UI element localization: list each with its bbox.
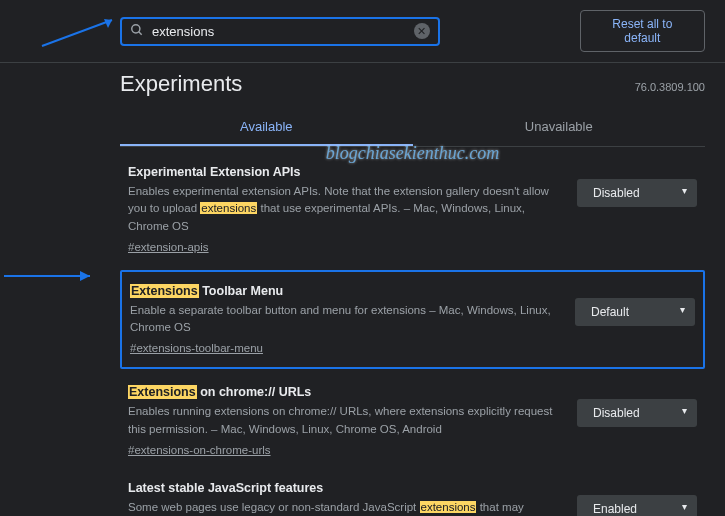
flag-description: Enable a separate toolbar button and men… <box>130 302 559 337</box>
flag-select[interactable]: Disabled <box>577 399 697 427</box>
flag-select[interactable]: Default <box>575 298 695 326</box>
flag-select[interactable]: Enabled <box>577 495 697 516</box>
clear-search-icon[interactable]: ✕ <box>414 23 430 39</box>
search-icon <box>130 23 144 40</box>
svg-line-0 <box>42 20 112 46</box>
flag-row: Experimental Extension APIs Enables expe… <box>120 153 705 266</box>
flag-hash-link[interactable]: #extension-apis <box>128 241 209 253</box>
flag-title: Latest stable JavaScript features <box>128 481 561 495</box>
flag-select[interactable]: Disabled <box>577 179 697 207</box>
search-input[interactable] <box>152 24 414 39</box>
version-label: 76.0.3809.100 <box>635 81 705 93</box>
tabs: Available Unavailable blogchiasekienthuc… <box>120 109 705 147</box>
flag-title: Extensions Toolbar Menu <box>130 284 559 298</box>
annotation-arrow-flag <box>0 254 98 284</box>
flag-hash-link[interactable]: #extensions-toolbar-menu <box>130 342 263 354</box>
flag-description: Enables running extensions on chrome:// … <box>128 403 561 438</box>
flag-row: Latest stable JavaScript features Some w… <box>120 469 705 516</box>
tab-available[interactable]: Available <box>120 109 413 146</box>
annotation-arrow-search <box>34 18 119 48</box>
page-title: Experiments <box>120 71 242 97</box>
svg-line-5 <box>139 31 142 34</box>
main-content: Experiments 76.0.3809.100 Available Unav… <box>0 63 725 516</box>
flag-row: Extensions on chrome:// URLs Enables run… <box>120 373 705 469</box>
flag-row-highlighted: Extensions Toolbar Menu Enable a separat… <box>120 270 705 370</box>
reset-all-button[interactable]: Reset all to default <box>580 10 705 52</box>
flag-title: Extensions on chrome:// URLs <box>128 385 561 399</box>
flag-description: Some web pages use legacy or non-standar… <box>128 499 561 516</box>
svg-point-4 <box>132 24 140 32</box>
flag-hash-link[interactable]: #extensions-on-chrome-urls <box>128 444 271 456</box>
tab-unavailable[interactable]: Unavailable <box>413 109 706 146</box>
svg-marker-3 <box>80 271 90 281</box>
flag-description: Enables experimental extension APIs. Not… <box>128 183 561 235</box>
flag-title: Experimental Extension APIs <box>128 165 561 179</box>
search-box[interactable]: ✕ <box>120 17 440 46</box>
